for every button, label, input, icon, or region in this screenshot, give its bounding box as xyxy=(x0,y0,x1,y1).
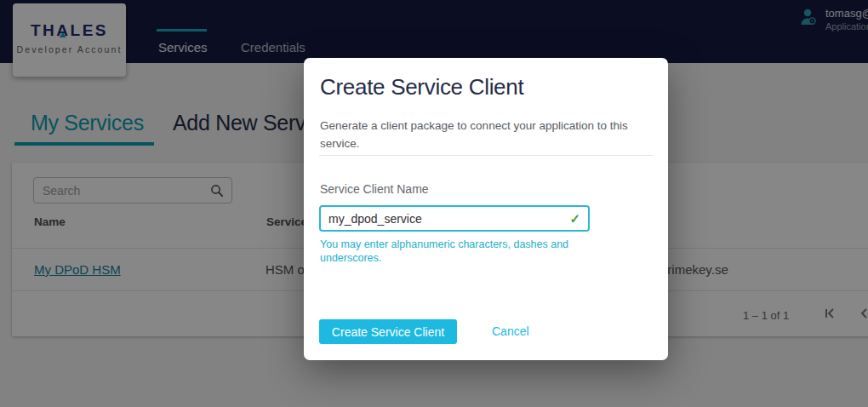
service-client-name-input[interactable] xyxy=(328,208,558,229)
create-service-client-button[interactable]: Create Service Client xyxy=(319,319,457,344)
valid-check-icon: ✓ xyxy=(569,211,580,226)
create-service-client-dialog: Create Service Client Generate a client … xyxy=(304,58,668,360)
dialog-divider xyxy=(319,155,653,156)
dialog-description: Generate a client package to connect you… xyxy=(320,117,645,152)
field-helper-text: You may enter alphanumeric characters, d… xyxy=(320,238,577,265)
service-client-name-box: ✓ xyxy=(319,205,590,232)
dialog-title: Create Service Client xyxy=(320,74,523,100)
cancel-button[interactable]: Cancel xyxy=(492,319,529,344)
app-window: Services Credentials tomasg@ Application… xyxy=(0,0,868,407)
service-client-name-label: Service Client Name xyxy=(320,182,429,196)
